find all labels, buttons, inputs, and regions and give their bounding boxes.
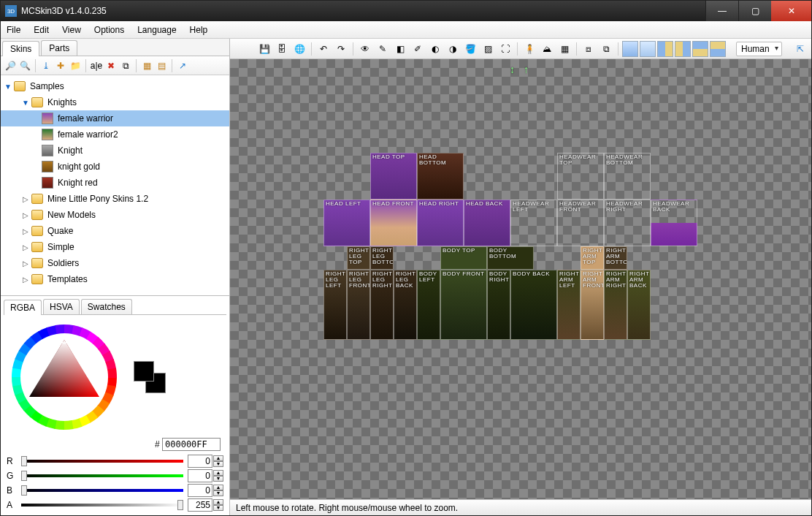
spinner-a[interactable]: ▲▼ (213, 499, 223, 511)
skin-region[interactable]: HEADWEAR RIGHT (604, 200, 651, 246)
value-r[interactable] (188, 455, 212, 468)
toggle-ground-icon[interactable]: ⛰ (539, 41, 555, 57)
undo-icon[interactable]: ↶ (315, 41, 332, 57)
skin-region[interactable]: RIGHT ARM BOTTOM (604, 246, 627, 270)
color-swatches[interactable] (134, 361, 166, 393)
upload-skin-icon[interactable]: 🌐 (291, 41, 307, 57)
skin-region[interactable]: BODY LEFT (417, 270, 440, 340)
view-2d-icon[interactable] (640, 41, 656, 57)
save-icon[interactable]: 💾 (256, 41, 272, 57)
primary-color[interactable] (134, 361, 154, 382)
eraser-tool-icon[interactable]: ◧ (392, 41, 408, 57)
dodge-tool-icon[interactable]: ◐ (427, 41, 443, 57)
burn-tool-icon[interactable]: ◑ (445, 41, 461, 57)
caret-icon[interactable]: ▷ (21, 243, 30, 251)
spinner-g[interactable]: ▲▼ (213, 470, 223, 482)
skin-region[interactable]: BODY BACK (510, 270, 557, 340)
upload-icon[interactable]: ↗ (176, 59, 189, 72)
tree-folder[interactable]: ▷Simple (1, 239, 229, 255)
delete-icon[interactable]: ✖ (104, 59, 118, 72)
rename-icon[interactable]: a|e (90, 59, 103, 72)
skin-region[interactable]: BODY FRONT (440, 270, 487, 340)
view-split-v2-icon[interactable] (710, 41, 726, 57)
caret-icon[interactable]: ▷ (21, 227, 30, 235)
skin-region[interactable]: RIGHT ARM FRONT (581, 270, 604, 340)
skin-region[interactable]: HEAD BOTTOM (417, 153, 464, 200)
tree-item[interactable]: knight gold (1, 159, 229, 175)
skin-region[interactable]: RIGHT ARM TOP (581, 246, 604, 270)
skin-region[interactable]: HEAD FRONT (370, 200, 417, 246)
caret-icon[interactable]: ▼ (21, 99, 30, 107)
camera-tool-icon[interactable]: 👁 (357, 41, 373, 57)
grid-small-icon[interactable]: ▤ (155, 59, 168, 72)
skin-region[interactable]: RIGHT LEG RIGHT (370, 270, 394, 340)
skin-region[interactable]: RIGHT ARM BACK (627, 270, 651, 340)
caret-icon[interactable]: ▷ (21, 259, 30, 268)
skin-region[interactable]: RIGHT LEG TOP (347, 246, 370, 270)
skin-region[interactable]: RIGHT LEG BACK (394, 270, 417, 340)
caret-icon[interactable]: ▷ (21, 195, 30, 203)
close-button[interactable]: ✕ (771, 1, 811, 21)
model-dropdown[interactable]: Human (736, 42, 782, 56)
menu-view[interactable]: View (62, 25, 81, 35)
tree-item[interactable]: female warrior2 (1, 126, 229, 143)
noise-tool-icon[interactable]: ▨ (480, 41, 496, 57)
copy-frame-icon[interactable]: ⧉ (598, 41, 614, 57)
skin-region[interactable]: HEADWEAR BOTTOM (604, 153, 651, 200)
value-b[interactable] (188, 484, 212, 497)
toggle-grid-icon[interactable]: ▦ (556, 41, 572, 57)
menu-help[interactable]: Help (190, 25, 208, 35)
slider-r[interactable] (21, 460, 183, 463)
value-a[interactable] (188, 498, 212, 512)
tree-item[interactable]: female warrior (1, 110, 229, 126)
skin-tree[interactable]: ▼ Samples ▼ Knights female warriorfemale… (1, 75, 229, 295)
save-all-icon[interactable]: 🗄 (274, 41, 290, 57)
menu-edit[interactable]: Edit (34, 25, 49, 35)
slider-b[interactable] (21, 489, 183, 492)
caret-icon[interactable]: ▷ (21, 276, 30, 284)
tree-folder[interactable]: ▷Mine Little Pony Skins 1.2 (1, 191, 229, 207)
skin-region[interactable]: HEADWEAR LEFT (510, 200, 557, 246)
skin-region[interactable]: HEAD LEFT (323, 200, 370, 246)
view-split-h-icon[interactable] (657, 41, 673, 57)
maximize-button[interactable]: ▢ (738, 1, 771, 21)
new-folder-icon[interactable]: 📁 (69, 59, 82, 72)
tree-folder-knights[interactable]: ▼ Knights (1, 94, 229, 110)
menu-options[interactable]: Options (94, 25, 124, 35)
pencil-tool-icon[interactable]: ✎ (375, 41, 391, 57)
spinner-b[interactable]: ▲▼ (213, 485, 223, 496)
title-bar[interactable]: 3D MCSkin3D v1.4.0.235 — ▢ ✕ (1, 1, 811, 21)
menu-file[interactable]: File (7, 25, 20, 35)
tree-folder[interactable]: ▷Templates (1, 271, 229, 287)
fill-tool-icon[interactable]: 🪣 (462, 41, 478, 57)
clone-icon[interactable]: ⧉ (119, 59, 132, 72)
color-wheel[interactable] (9, 322, 119, 432)
tab-hsva[interactable]: HSVA (43, 299, 80, 314)
skin-region[interactable]: BODY BOTTOM (487, 246, 534, 270)
tree-item[interactable]: Knight (1, 143, 229, 159)
screenshot-icon[interactable]: ⧈ (581, 41, 597, 57)
skin-region[interactable]: HEAD BACK (464, 200, 510, 246)
import-skin-icon[interactable]: ⤓ (39, 59, 53, 72)
skin-region[interactable]: BODY RIGHT (487, 270, 510, 340)
tab-parts[interactable]: Parts (41, 40, 77, 56)
tab-rgba[interactable]: RGBA (4, 300, 42, 315)
skin-region[interactable]: RIGHT ARM LEFT (557, 270, 581, 340)
caret-icon[interactable]: ▷ (21, 211, 30, 219)
view-3d-icon[interactable] (622, 41, 638, 57)
tree-folder[interactable]: ▷Quake (1, 223, 229, 239)
spinner-r[interactable]: ▲▼ (213, 455, 223, 467)
detach-icon[interactable]: ⇱ (792, 41, 808, 57)
tree-root[interactable]: ▼ Samples (1, 78, 229, 94)
view-split-v-icon[interactable] (692, 41, 708, 57)
viewport[interactable]: ↕ ↑ HEAD TOPHEAD BOTTOMHEADWEAR TOPHEADW… (230, 59, 811, 499)
skin-region[interactable]: HEADWEAR BACK (651, 200, 697, 246)
redo-icon[interactable]: ↷ (333, 41, 349, 57)
skin-region[interactable]: RIGHT ARM RIGHT (604, 270, 627, 340)
tree-folder[interactable]: ▷New Models (1, 207, 229, 223)
skin-region[interactable]: HEAD RIGHT (417, 200, 464, 246)
skin-region[interactable]: RIGHT LEG FRONT (347, 270, 370, 340)
tab-skins[interactable]: Skins (2, 41, 39, 56)
new-skin-icon[interactable]: ✚ (54, 59, 67, 72)
zoom-out-icon[interactable]: 🔎 (4, 59, 17, 72)
